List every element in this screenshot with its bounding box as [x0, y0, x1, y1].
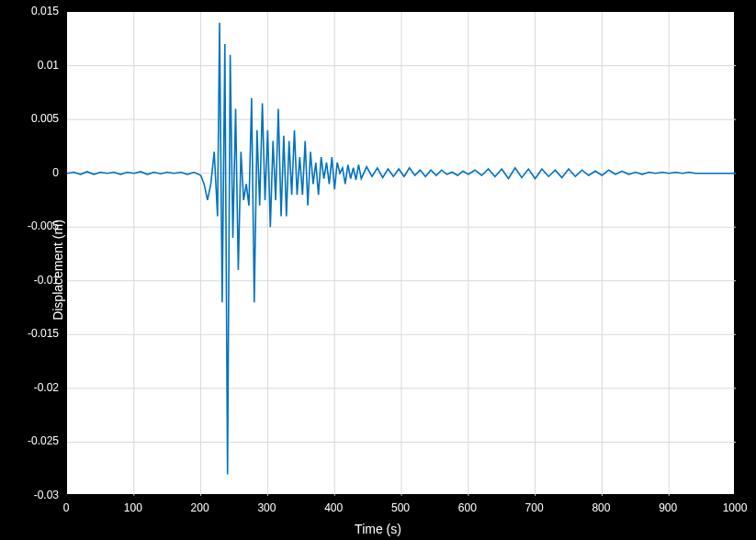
svg-text:900: 900: [659, 501, 677, 514]
svg-text:-0.02: -0.02: [34, 381, 60, 394]
y-axis-label: Displacement (m): [51, 219, 65, 321]
svg-text:1000: 1000: [723, 501, 748, 514]
axis-ticks: 01002003004005006007008009001000-0.03-0.…: [0, 0, 756, 540]
svg-text:-0.03: -0.03: [34, 489, 60, 501]
chart-frame: 01002003004005006007008009001000-0.03-0.…: [0, 0, 756, 540]
svg-text:200: 200: [191, 501, 209, 514]
x-axis-label: Time (s): [0, 522, 756, 536]
svg-text:0: 0: [63, 501, 70, 514]
svg-text:400: 400: [324, 501, 343, 514]
svg-text:0.005: 0.005: [31, 112, 59, 125]
svg-text:300: 300: [257, 501, 276, 514]
svg-text:-0.015: -0.015: [28, 327, 59, 340]
svg-text:500: 500: [391, 501, 410, 514]
svg-text:600: 600: [458, 501, 477, 514]
svg-text:0.015: 0.015: [31, 5, 59, 17]
svg-text:700: 700: [525, 501, 544, 514]
svg-text:800: 800: [592, 501, 610, 514]
svg-text:-0.025: -0.025: [28, 434, 59, 447]
svg-text:0.01: 0.01: [38, 59, 60, 72]
svg-text:0: 0: [52, 166, 59, 179]
svg-text:100: 100: [124, 501, 142, 514]
